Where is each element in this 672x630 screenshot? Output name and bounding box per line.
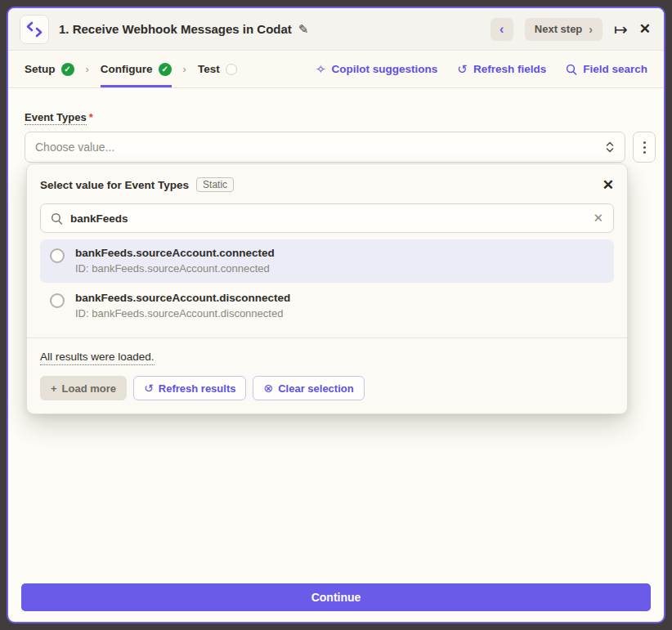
test-incomplete-icon bbox=[226, 64, 237, 75]
required-marker: * bbox=[89, 111, 93, 123]
titlebar: 1. Receive Webhook Messages in Codat ✎ ‹… bbox=[8, 8, 664, 51]
plus-icon: + bbox=[51, 382, 57, 395]
option-label: bankFeeds.sourceAccount.connected bbox=[75, 247, 275, 259]
chevron-right-icon: › bbox=[589, 23, 593, 36]
clear-search-button[interactable]: ✕ bbox=[593, 211, 603, 226]
tab-test[interactable]: Test bbox=[198, 51, 237, 87]
configure-form: Event Types* Choose value... Select valu… bbox=[8, 88, 664, 622]
option-search-box: ✕ bbox=[40, 203, 614, 233]
event-types-label: Event Types bbox=[25, 111, 87, 125]
tab-setup[interactable]: Setup ✓ bbox=[25, 51, 74, 87]
option-id: ID: bankFeeds.sourceAccount.connected bbox=[75, 262, 275, 275]
tabbar: Setup ✓ › Configure ✓ › Test ✧ Copilot s… bbox=[8, 51, 664, 88]
refresh-icon: ↺ bbox=[144, 382, 154, 395]
arrow-to-bar-icon: ↦ bbox=[614, 20, 628, 38]
setup-complete-icon: ✓ bbox=[61, 63, 74, 76]
refresh-icon: ↺ bbox=[457, 62, 468, 77]
search-icon bbox=[566, 64, 577, 75]
close-icon: ✕ bbox=[603, 177, 614, 193]
search-icon bbox=[51, 212, 63, 225]
option-id: ID: bankFeeds.sourceAccount.disconnected bbox=[75, 307, 290, 319]
tab-configure[interactable]: Configure ✓ bbox=[101, 51, 172, 87]
static-badge: Static bbox=[196, 177, 234, 192]
field-search-button[interactable]: Field search bbox=[566, 63, 647, 75]
previous-step-button[interactable]: ‹ bbox=[491, 18, 513, 41]
modal-title: Select value for Event Types bbox=[40, 179, 189, 191]
results-status-text: All results were loaded. bbox=[40, 351, 155, 365]
tab-separator: › bbox=[74, 51, 101, 87]
option-row[interactable]: bankFeeds.sourceAccount.connected ID: ba… bbox=[40, 239, 614, 283]
option-label: bankFeeds.sourceAccount.disconnected bbox=[75, 292, 290, 304]
chevron-left-icon: ‹ bbox=[500, 22, 504, 37]
close-icon: ✕ bbox=[593, 211, 603, 225]
edit-title-icon[interactable]: ✎ bbox=[298, 22, 309, 37]
select-placeholder: Choose value... bbox=[35, 141, 605, 154]
close-panel-button[interactable]: ✕ bbox=[639, 22, 651, 36]
tab-separator: › bbox=[172, 51, 198, 87]
field-options-menu-button[interactable] bbox=[633, 132, 656, 163]
continue-button[interactable]: Continue bbox=[21, 583, 651, 611]
chevron-up-down-icon bbox=[605, 141, 615, 154]
option-search-input[interactable] bbox=[70, 212, 585, 225]
configure-complete-icon: ✓ bbox=[159, 63, 172, 76]
step-title: 1. Receive Webhook Messages in Codat bbox=[59, 22, 292, 36]
circle-x-icon: ⊗ bbox=[263, 382, 273, 395]
next-step-button[interactable]: Next step › bbox=[525, 18, 603, 41]
step-editor-panel: 1. Receive Webhook Messages in Codat ✎ ‹… bbox=[7, 7, 665, 623]
event-types-select[interactable]: Choose value... bbox=[25, 132, 625, 163]
codat-app-icon bbox=[20, 15, 49, 44]
refresh-results-button[interactable]: ↺ Refresh results bbox=[133, 376, 246, 400]
kebab-icon bbox=[643, 141, 646, 144]
options-list: bankFeeds.sourceAccount.connected ID: ba… bbox=[40, 239, 614, 328]
collapse-panel-button[interactable]: ↦ bbox=[614, 21, 628, 38]
radio-icon[interactable] bbox=[50, 248, 65, 263]
select-value-modal: Select value for Event Types Static ✕ ✕ bbox=[26, 163, 628, 414]
refresh-fields-button[interactable]: ↺ Refresh fields bbox=[457, 62, 546, 77]
sparkle-icon: ✧ bbox=[316, 62, 326, 77]
close-icon: ✕ bbox=[639, 21, 651, 37]
radio-icon[interactable] bbox=[50, 293, 65, 308]
modal-close-button[interactable]: ✕ bbox=[603, 178, 614, 192]
load-more-button[interactable]: + Load more bbox=[40, 376, 127, 400]
clear-selection-button[interactable]: ⊗ Clear selection bbox=[253, 376, 364, 400]
copilot-suggestions-button[interactable]: ✧ Copilot suggestions bbox=[316, 62, 437, 77]
option-row[interactable]: bankFeeds.sourceAccount.disconnected ID:… bbox=[40, 284, 614, 328]
